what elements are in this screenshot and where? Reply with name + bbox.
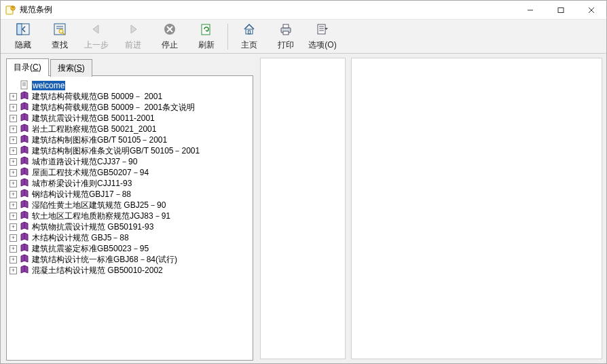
navigation-pane: 目录(C) 搜索(S) welcome +建筑结构荷载规范GB 50009－ 2… (1, 54, 256, 363)
tree-label: 岩土工程勘察规范GB 50021_2001 (32, 124, 156, 135)
tree-label: 建筑结构制图标准GB/T 50105－2001 (32, 134, 167, 146)
tree-node[interactable]: +木结构设计规范 GBJ5－88 (10, 232, 250, 243)
expand-icon[interactable]: + (10, 136, 17, 144)
tree-node[interactable]: +建筑结构荷载规范GB 50009－ 2001条文说明 (10, 102, 250, 113)
tree-node[interactable]: +建筑结构设计统一标准GBJ68－84(试行) (10, 254, 250, 265)
tree-label: 建筑结构荷载规范GB 50009－ 2001 (32, 91, 162, 103)
arrow-right-icon (126, 22, 141, 38)
content-blank-main (351, 58, 602, 359)
tree-label: 木结构设计规范 GBJ5－88 (32, 232, 129, 244)
home-icon (242, 22, 257, 38)
expand-icon[interactable]: + (10, 169, 17, 177)
tab-search[interactable]: 搜索(S) (50, 59, 92, 77)
tree-label: welcome (32, 81, 65, 90)
stop-button[interactable]: 停止 (151, 20, 188, 53)
book-icon (20, 102, 29, 113)
book-icon (20, 189, 29, 200)
book-icon (20, 243, 29, 255)
tree-node[interactable]: +屋面工程技术规范GB50207－94 (10, 167, 250, 178)
tree-node-welcome[interactable]: welcome (10, 80, 250, 91)
book-icon (20, 265, 29, 276)
expand-icon[interactable]: + (10, 115, 17, 122)
svg-rect-18 (246, 29, 253, 34)
tab-contents[interactable]: 目录(C) (6, 58, 49, 76)
tree-label: 钢结构设计规范GBJ17－88 (32, 189, 131, 200)
book-icon (20, 145, 29, 157)
tree-node[interactable]: +软土地区工程地质勘察规范JGJ83－91 (10, 211, 250, 221)
tree-label: 建筑结构制图标准条文说明GB/T 50105－2001 (32, 145, 200, 157)
title-bar: ? 规范条例 (1, 1, 606, 20)
svg-rect-21 (283, 24, 289, 28)
tree-label: 湿陷性黄土地区建筑规范 GBJ25－90 (32, 200, 166, 211)
tree-label: 软土地区工程地质勘察规范JGJ83－91 (32, 211, 170, 222)
find-button[interactable]: 查找 (41, 20, 78, 53)
options-button[interactable]: 选项(O) (304, 20, 341, 53)
close-button[interactable] (576, 1, 606, 20)
svg-rect-4 (558, 7, 564, 12)
expand-icon[interactable]: + (10, 213, 17, 220)
tree-node[interactable]: +岩土工程勘察规范GB 50021_2001 (10, 124, 250, 134)
expand-icon[interactable]: + (10, 147, 17, 155)
back-button[interactable]: 上一步 (78, 20, 115, 53)
maximize-button[interactable] (545, 1, 576, 20)
book-icon (20, 221, 29, 233)
tree-node[interactable]: +建筑结构制图标准条文说明GB/T 50105－2001 (10, 145, 250, 156)
tree-node[interactable]: +钢结构设计规范GBJ17－88 (10, 189, 250, 200)
book-icon (20, 113, 29, 124)
book-icon (20, 232, 29, 244)
contents-tree[interactable]: welcome +建筑结构荷载规范GB 50009－ 2001+建筑结构荷载规范… (6, 75, 253, 361)
tree-label: 建筑抗震设计规范GB 50011-2001 (32, 113, 155, 124)
body: 目录(C) 搜索(S) welcome +建筑结构荷载规范GB 50009－ 2… (1, 54, 606, 363)
refresh-button[interactable]: 刷新 (188, 20, 225, 53)
tree-node[interactable]: +建筑抗震设计规范GB 50011-2001 (10, 113, 250, 124)
find-icon (52, 22, 67, 38)
tree-node[interactable]: +构筑物抗震设计规范 GB50191-93 (10, 221, 250, 232)
expand-icon[interactable]: + (10, 223, 17, 231)
stop-icon (162, 22, 177, 38)
book-icon (20, 156, 29, 168)
refresh-icon (199, 22, 214, 38)
book-icon (20, 124, 29, 135)
tree-node[interactable]: +城市桥梁设计准则CJJ11-93 (10, 178, 250, 189)
book-icon (20, 167, 29, 179)
hide-button[interactable]: 隐藏 (5, 20, 41, 53)
tree-label: 建筑结构设计统一标准GBJ68－84(试行) (32, 254, 177, 266)
expand-icon[interactable]: + (10, 256, 17, 263)
tree-node[interactable]: +建筑结构荷载规范GB 50009－ 2001 (10, 91, 250, 102)
tree-node[interactable]: +建筑抗震鉴定标准GB50023－95 (10, 243, 250, 254)
expand-icon[interactable]: + (10, 158, 17, 166)
tree-node[interactable]: +建筑结构制图标准GB/T 50105－2001 (10, 134, 250, 145)
expand-icon[interactable]: + (10, 202, 17, 209)
tree-node[interactable]: +混凝土结构设计规范 GB50010-2002 (10, 265, 250, 276)
tree-label: 建筑结构荷载规范GB 50009－ 2001条文说明 (32, 102, 195, 113)
expand-icon[interactable]: + (10, 93, 17, 101)
toolbar: 隐藏 查找 上一步 前进 停止 (1, 20, 606, 54)
svg-rect-19 (249, 31, 251, 34)
book-icon (20, 200, 29, 211)
expand-icon[interactable]: + (10, 245, 17, 253)
svg-rect-8 (17, 24, 22, 35)
print-button[interactable]: 打印 (268, 20, 304, 53)
svg-rect-23 (318, 24, 325, 34)
forward-button[interactable]: 前进 (115, 20, 151, 53)
book-icon (20, 91, 29, 103)
tree-node[interactable]: +湿陷性黄土地区建筑规范 GBJ25－90 (10, 200, 250, 211)
home-button[interactable]: 主页 (231, 20, 268, 53)
expand-icon[interactable]: + (10, 191, 17, 198)
expand-icon[interactable]: + (10, 180, 17, 187)
tree-label: 构筑物抗震设计规范 GB50191-93 (32, 221, 153, 233)
tree-label: 城市桥梁设计准则CJJ11-93 (32, 178, 132, 189)
toolbar-separator (227, 24, 228, 50)
svg-rect-22 (283, 31, 289, 35)
minimize-button[interactable] (515, 1, 545, 20)
expand-icon[interactable]: + (10, 267, 17, 274)
content-blank-left (260, 58, 346, 359)
svg-text:?: ? (12, 6, 14, 10)
book-icon (20, 134, 29, 146)
expand-icon[interactable]: + (10, 234, 17, 242)
expand-icon[interactable]: + (10, 126, 17, 133)
expand-icon[interactable]: + (10, 104, 17, 111)
app-window: ? 规范条例 隐藏 查找 (0, 0, 607, 364)
tree-node[interactable]: +城市道路设计规范CJJ37－90 (10, 156, 250, 167)
book-icon (20, 178, 29, 189)
